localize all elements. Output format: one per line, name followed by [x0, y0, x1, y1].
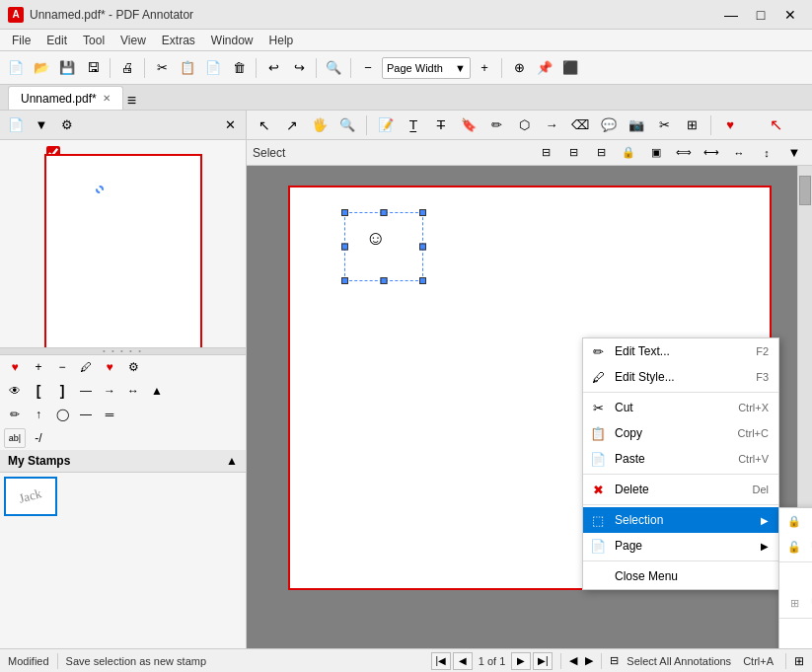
- ctx-page[interactable]: 📄 Page ▶: [583, 533, 778, 559]
- crop-tool[interactable]: ✂: [652, 112, 676, 138]
- bracket-l-btn[interactable]: [: [28, 381, 49, 401]
- minimize-button[interactable]: —: [717, 4, 745, 26]
- tb-btn-7[interactable]: ⊕: [507, 55, 531, 81]
- align-right[interactable]: ⊟: [589, 140, 613, 166]
- menu-view[interactable]: View: [112, 32, 154, 49]
- arrow-btn[interactable]: →: [99, 381, 120, 401]
- navigate-forward-btn[interactable]: ▶: [585, 654, 593, 667]
- more-sec[interactable]: ▼: [782, 140, 806, 166]
- slash-btn[interactable]: -/: [28, 428, 49, 448]
- add-btn[interactable]: +: [28, 357, 49, 377]
- circle-btn[interactable]: ◯: [51, 405, 73, 424]
- grid-view-btn[interactable]: ⊞: [794, 654, 804, 668]
- ctx-edit-style[interactable]: 🖊 Edit Style... F3: [583, 364, 778, 390]
- menu-window[interactable]: Window: [203, 32, 261, 49]
- heart2-btn[interactable]: ♥: [99, 357, 120, 377]
- eraser-tool[interactable]: ⌫: [567, 112, 593, 138]
- last-page-btn[interactable]: ▶|: [533, 652, 553, 670]
- copy-button[interactable]: 📋: [176, 55, 199, 81]
- settings-btn[interactable]: ⚙: [122, 357, 144, 377]
- hand-tool[interactable]: 🖐: [308, 112, 332, 138]
- floppy-button[interactable]: 🖫: [81, 55, 105, 81]
- cut-button[interactable]: ✂: [150, 55, 174, 81]
- highlight-tool[interactable]: 📝: [374, 112, 398, 138]
- pen-tool[interactable]: ✏: [484, 112, 508, 138]
- group-btn[interactable]: ▣: [644, 140, 668, 166]
- scrollbar-thumb[interactable]: [799, 176, 811, 205]
- first-page-btn[interactable]: |◀: [431, 652, 451, 670]
- bracket-r-btn[interactable]: ]: [51, 381, 73, 401]
- menu-tool[interactable]: Tool: [75, 32, 112, 49]
- lock-btn[interactable]: 🔒: [617, 140, 640, 166]
- arrow2-tool[interactable]: →: [540, 112, 563, 138]
- panel-close-btn[interactable]: ✕: [218, 112, 242, 138]
- pen-btn[interactable]: 🖊: [75, 357, 97, 377]
- maximize-button[interactable]: □: [747, 4, 775, 26]
- open-button[interactable]: 📂: [30, 55, 53, 81]
- camera-tool[interactable]: 📷: [625, 112, 648, 138]
- cursor-tool[interactable]: ↖: [770, 115, 782, 134]
- print-button[interactable]: 🖨: [115, 55, 139, 81]
- status-stamp-btn[interactable]: ⊟: [610, 654, 619, 667]
- select-tool[interactable]: ↖: [253, 112, 276, 138]
- abc-btn[interactable]: ab|: [4, 428, 26, 448]
- line-btn[interactable]: —: [75, 381, 97, 401]
- panel-new-btn[interactable]: 📄: [4, 112, 28, 138]
- ctx-copy[interactable]: 📋 Copy Ctrl+C: [583, 420, 778, 446]
- tb-btn-9[interactable]: ⬛: [558, 55, 582, 81]
- new-tab-button[interactable]: ≡: [127, 92, 136, 110]
- delete-button[interactable]: 🗑: [227, 55, 251, 81]
- panel-config-btn[interactable]: ⚙: [55, 112, 79, 138]
- callout-tool[interactable]: 💬: [597, 112, 621, 138]
- ctx-paste[interactable]: 📄 Paste Ctrl+V: [583, 446, 778, 472]
- ctx-selection[interactable]: ⬚ Selection ▶ 🔒 Lock 🔓 Unlock ▣: [583, 507, 778, 533]
- arrow-tool[interactable]: ↗: [280, 112, 304, 138]
- save-button[interactable]: 💾: [55, 55, 79, 81]
- strikethrough-tool[interactable]: T̶: [429, 112, 453, 138]
- undo-button[interactable]: ↩: [261, 55, 285, 81]
- zoom-tool[interactable]: 🔍: [335, 112, 359, 138]
- ctx-close-menu[interactable]: Close Menu: [583, 563, 778, 589]
- menu-file[interactable]: File: [4, 32, 38, 49]
- dblarrow-btn[interactable]: ↔: [122, 381, 144, 401]
- menu-edit[interactable]: Edit: [38, 32, 75, 49]
- align-left[interactable]: ⊟: [534, 140, 557, 166]
- zoom-in-button[interactable]: +: [473, 55, 496, 81]
- new-button[interactable]: 📄: [4, 55, 28, 81]
- dbldash-btn[interactable]: ═: [99, 405, 120, 424]
- arrow2-btn[interactable]: ↑: [28, 405, 49, 424]
- panel-divider[interactable]: • • • • •: [0, 347, 246, 355]
- eye-btn[interactable]: 👁: [4, 381, 26, 401]
- tab-unnamed-pdf[interactable]: Unnamed.pdf* ✕: [8, 86, 123, 110]
- minus-btn[interactable]: −: [51, 357, 73, 377]
- pencil-btn[interactable]: ✏: [4, 405, 26, 424]
- next-page-btn[interactable]: ▶: [511, 652, 531, 670]
- prev-page-btn[interactable]: ◀: [453, 652, 473, 670]
- sub-group[interactable]: ▣ Group: [779, 564, 812, 590]
- underline-tool[interactable]: T̲: [402, 112, 425, 138]
- align-center[interactable]: ⊟: [561, 140, 585, 166]
- panel-drop-btn[interactable]: ▼: [30, 112, 53, 138]
- zoom-out-button[interactable]: −: [356, 55, 380, 81]
- size-w[interactable]: ↔: [727, 140, 751, 166]
- navigate-back-btn[interactable]: ◀: [569, 654, 577, 667]
- ctx-edit-text[interactable]: ✏ Edit Text... F2: [583, 338, 778, 364]
- shapes-tool[interactable]: ⬡: [512, 112, 536, 138]
- sub-align[interactable]: ≡ Align ▶: [779, 621, 812, 646]
- stamps-collapse-icon[interactable]: ▲: [226, 454, 238, 468]
- heart-btn[interactable]: ♥: [4, 357, 26, 377]
- tb-btn-8[interactable]: 📌: [533, 55, 556, 81]
- close-button[interactable]: ✕: [776, 4, 804, 26]
- page-width-dropdown[interactable]: Page Width ▼: [382, 57, 471, 79]
- ctx-cut[interactable]: ✂ Cut Ctrl+X: [583, 395, 778, 420]
- search-button[interactable]: 🔍: [322, 55, 345, 81]
- dist-v[interactable]: ⟷: [700, 140, 723, 166]
- redo-button[interactable]: ↪: [287, 55, 311, 81]
- sub-lock[interactable]: 🔒 Lock: [779, 508, 812, 534]
- dash-btn[interactable]: —: [75, 405, 97, 424]
- tab-close-icon[interactable]: ✕: [103, 93, 111, 104]
- size-h[interactable]: ↕: [755, 140, 778, 166]
- dist-h[interactable]: ⟺: [672, 140, 696, 166]
- stamp-item[interactable]: Jack: [4, 477, 57, 516]
- menu-extras[interactable]: Extras: [154, 32, 203, 49]
